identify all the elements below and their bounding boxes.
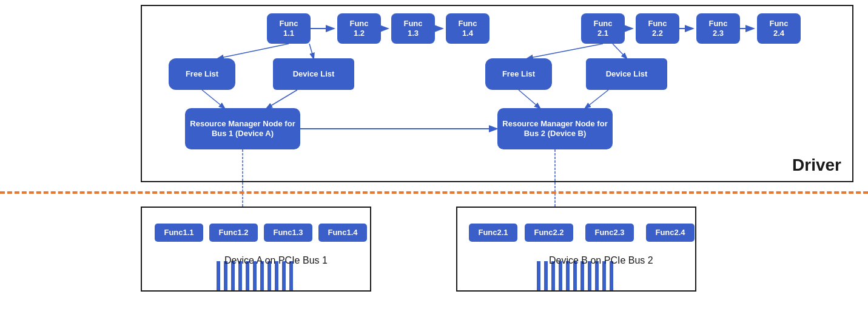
bfunc-2-2-box: Func2.2: [525, 224, 573, 242]
func-2-2-box: Func2.2: [636, 13, 679, 44]
driver-box: Driver: [141, 5, 853, 182]
resource-manager-1-box: Resource Manager Node forBus 1 (Device A…: [185, 108, 300, 149]
func-2-4-box: Func2.4: [757, 13, 801, 44]
device-a-box: [141, 207, 371, 292]
bfunc-1-4-box: Func1.4: [318, 224, 367, 242]
func-1-4-box: Func1.4: [446, 13, 490, 44]
device-list-1-box: Device List: [273, 58, 354, 90]
dashed-divider: [0, 191, 868, 194]
func-1-3-box: Func1.3: [391, 13, 435, 44]
bfunc-1-2-box: Func1.2: [209, 224, 258, 242]
free-list-1-box: Free List: [169, 58, 235, 90]
bfunc-2-4-box: Func2.4: [646, 224, 695, 242]
bfunc-1-1-box: Func1.1: [155, 224, 203, 242]
driver-label: Driver: [792, 155, 841, 175]
device-b-label: Device B on PCIe Bus 2: [549, 255, 653, 266]
bfunc-2-1-box: Func2.1: [469, 224, 517, 242]
device-a-label: Device A on PCIe Bus 1: [224, 255, 328, 266]
func-1-2-box: Func1.2: [337, 13, 381, 44]
bfunc-1-3-box: Func1.3: [264, 224, 312, 242]
device-list-2-box: Device List: [586, 58, 667, 90]
device-b-box: [456, 207, 696, 292]
func-1-1-box: Func1.1: [267, 13, 311, 44]
func-2-3-box: Func2.3: [696, 13, 740, 44]
free-list-2-box: Free List: [485, 58, 552, 90]
bfunc-2-3-box: Func2.3: [585, 224, 634, 242]
func-2-1-box: Func2.1: [581, 13, 625, 44]
resource-manager-2-box: Resource Manager Node forBus 2 (Device B…: [497, 108, 613, 149]
